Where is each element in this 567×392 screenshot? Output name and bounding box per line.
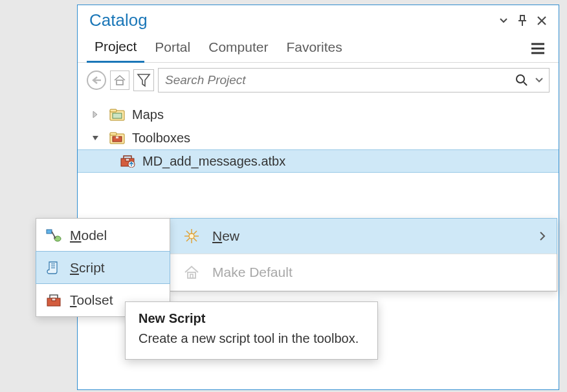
tree-node-maps[interactable]: Maps — [78, 103, 559, 126]
context-menu: New Make Default — [169, 218, 557, 292]
svg-marker-17 — [93, 136, 98, 140]
rest: odel — [82, 228, 107, 243]
svg-point-31 — [189, 234, 194, 239]
search-box[interactable] — [158, 68, 550, 93]
svg-marker-13 — [93, 111, 97, 118]
svg-line-12 — [524, 82, 527, 85]
chevron-right-icon — [539, 230, 546, 242]
home-icon — [180, 265, 203, 279]
menu-item-label: Model — [70, 228, 107, 243]
toolbox-icon — [119, 155, 136, 168]
home-button[interactable] — [110, 71, 129, 90]
tab-portal[interactable]: Portal — [147, 36, 198, 61]
svg-rect-9 — [117, 80, 123, 85]
tree-node-label: Toolboxes — [132, 131, 190, 146]
svg-rect-15 — [110, 109, 117, 112]
svg-rect-42 — [52, 298, 56, 301]
rest: ew — [222, 228, 239, 243]
rest: oolset — [77, 292, 113, 307]
hamburger-icon[interactable] — [530, 42, 550, 55]
menu-item-label: Toolset — [70, 292, 113, 308]
folder-maps-icon — [109, 108, 126, 121]
new-icon — [180, 228, 203, 245]
rest: cript — [79, 260, 105, 275]
back-button[interactable] — [87, 71, 106, 90]
svg-rect-32 — [188, 272, 195, 278]
menu-item-label: Script — [70, 260, 105, 276]
menu-item-label: Make Default — [212, 265, 293, 280]
menu-separator — [170, 290, 557, 291]
pin-icon[interactable] — [517, 15, 528, 27]
search-dropdown-icon[interactable] — [535, 76, 544, 85]
tooltip-description: Create a new script tool in the toolbox. — [139, 330, 364, 347]
context-menu-item-make-default[interactable]: Make Default — [170, 254, 557, 290]
menu-item-label: New — [212, 228, 239, 244]
model-icon — [44, 228, 63, 243]
expand-arrow-icon[interactable] — [92, 111, 102, 118]
svg-rect-23 — [126, 158, 129, 161]
collapse-arrow-icon[interactable] — [92, 134, 102, 142]
tree-node-toolboxes[interactable]: Toolboxes — [78, 126, 559, 149]
toolset-icon — [44, 293, 63, 307]
svg-rect-0 — [520, 16, 524, 21]
panel-header: Catalog — [78, 5, 559, 34]
svg-rect-34 — [47, 230, 52, 234]
search-input[interactable] — [164, 72, 515, 88]
tree-node-label: Maps — [132, 107, 164, 122]
svg-rect-21 — [116, 136, 118, 138]
panel-title: Catalog — [89, 10, 499, 30]
close-icon[interactable] — [537, 16, 547, 26]
options-dropdown-icon[interactable] — [499, 16, 508, 25]
svg-point-35 — [54, 236, 61, 241]
svg-rect-19 — [110, 133, 117, 135]
tree-node-atbx[interactable]: MD_add_messages.atbx — [78, 149, 559, 173]
submenu-item-model[interactable]: Model — [36, 219, 170, 252]
tab-project[interactable]: Project — [87, 35, 144, 63]
tab-favorites[interactable]: Favorites — [278, 36, 350, 61]
tooltip-title: New Script — [139, 311, 364, 326]
svg-rect-16 — [113, 113, 122, 118]
tree-node-label: MD_add_messages.atbx — [142, 154, 285, 169]
search-icon[interactable] — [515, 74, 528, 87]
tab-computer[interactable]: Computer — [201, 36, 276, 61]
submenu-item-script[interactable]: Script — [36, 251, 170, 284]
toolbar — [78, 63, 559, 98]
context-menu-item-new[interactable]: New — [169, 218, 557, 254]
filter-button[interactable] — [133, 69, 154, 91]
script-icon — [44, 260, 63, 276]
folder-toolboxes-icon — [109, 131, 126, 144]
tooltip: New Script Create a new script tool in t… — [125, 301, 378, 360]
tabs-bar: Project Portal Computer Favorites — [78, 34, 559, 63]
window-controls — [499, 15, 547, 27]
svg-point-11 — [517, 75, 524, 83]
svg-marker-10 — [138, 74, 150, 86]
